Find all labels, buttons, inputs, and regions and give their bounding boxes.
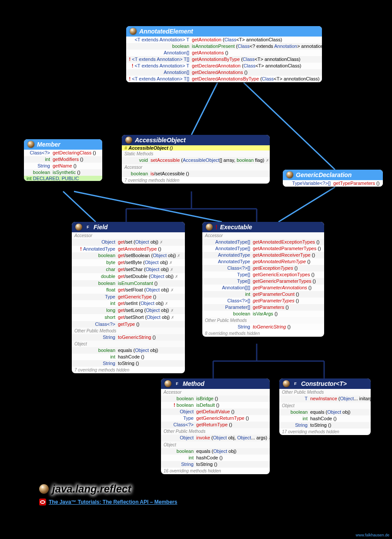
class-header: !Executable	[202, 222, 324, 232]
method-row: Annotation[]getDeclaredAnnotations ()	[126, 69, 322, 76]
method-list: Other Public MethodsTnewInstance (Object…	[279, 389, 371, 429]
method-row: intgetModifiers ()	[24, 156, 102, 163]
method-row: StringtoString ()	[72, 360, 185, 367]
svg-line-7	[63, 191, 96, 222]
method-row: booleanisBridge ()	[161, 395, 270, 402]
method-list: AccessorAnnotatedType[]getAnnotatedExcep…	[202, 232, 324, 330]
method-row: Class<?>getReturnType ()	[161, 422, 270, 428]
section-header: Static Methods	[122, 151, 270, 157]
method-row: intget/setInt (Object obj) ✗	[72, 300, 185, 307]
method-row: Class<?>[]getExceptionTypes ()	[202, 265, 324, 271]
icon-orb	[206, 224, 213, 231]
oracle-icon	[39, 499, 46, 506]
class-box-member: Member Class<?>getDeclaringClass ()intge…	[24, 139, 102, 181]
method-list: Class<?>getDeclaringClass ()intgetModifi…	[24, 150, 102, 176]
class-box-accessible-object: AccessibleObject # AccessibleObject () S…	[122, 135, 270, 184]
method-row: <T extends Annotation> TgetAnnotation (C…	[126, 37, 322, 43]
class-title: AccessibleObject	[135, 137, 186, 144]
icon-orb	[164, 380, 171, 387]
package-legend: java.lang.reflect The Java™ Tutorials: T…	[39, 483, 177, 506]
section-header: Accessor	[161, 389, 270, 395]
section-header: Accessor	[72, 232, 185, 239]
class-box-method: FMethod AccessorbooleanisBridge ()! bool…	[161, 378, 270, 474]
hidden-methods-note: 7 overriding methods hidden	[122, 177, 270, 184]
constants-row: int DECLARED, PUBLIC	[24, 176, 102, 181]
method-list: TypeVariable<?>[]getTypeParameters ()	[283, 180, 383, 187]
method-row: booleanisSynthetic ()	[24, 169, 102, 176]
final-marker-icon: F	[292, 381, 298, 387]
class-title: AnnotatedElement	[139, 28, 193, 35]
method-row: ! AnnotatedTypegetAnnotatedType ()	[72, 246, 185, 252]
method-row: byteget/setByte (Object obj) ✗	[72, 259, 185, 266]
icon-orb	[39, 484, 49, 494]
method-row: inthashCode ()	[72, 354, 185, 360]
class-box-field: FField AccessorObjectget/set (Object obj…	[72, 222, 185, 373]
class-header: FConstructor<T>	[279, 378, 371, 389]
method-row: Annotation[][]getParameterAnnotations ()	[202, 285, 324, 291]
method-row: Annotation[]getAnnotations ()	[126, 50, 322, 56]
hidden-methods-note: 17 overriding methods hidden	[279, 429, 371, 435]
method-row: floatget/setFloat (Object obj) ✗	[72, 287, 185, 294]
method-list: AccessorbooleanisBridge ()! booleanisDef…	[161, 389, 270, 468]
method-row: AnnotatedTypegetAnnotatedReceiverType ()	[202, 252, 324, 258]
icon-orb	[283, 380, 290, 387]
method-row: StringgetName ()	[24, 163, 102, 169]
method-row: Class<?>[]getParameterTypes ()	[202, 298, 324, 304]
method-row: charget/setChar (Object obj) ✗	[72, 266, 185, 273]
tutorial-link[interactable]: The Java™ Tutorials: The Reflection API …	[39, 499, 177, 506]
method-row: booleanequals (Object obj)	[279, 409, 371, 415]
method-row: TypegetGenericType ()	[72, 294, 185, 300]
method-list: <T extends Annotation> TgetAnnotation (C…	[126, 37, 322, 82]
class-box-executable: !Executable AccessorAnnotatedType[]getAn…	[202, 222, 324, 337]
class-header: FMethod	[161, 378, 270, 389]
method-row: booleanequals (Object obj)	[161, 448, 270, 455]
section-header: Object	[279, 402, 371, 409]
method-row: ObjectgetDefaultValue ()	[161, 408, 270, 415]
method-row: AnnotatedTypegetAnnotatedReturnType ()	[202, 258, 324, 265]
icon-orb	[75, 224, 82, 231]
class-header: Member	[24, 139, 102, 150]
icon-orb	[27, 141, 34, 148]
section-header: Accessor	[122, 164, 270, 171]
method-row: ! <T extends Annotation> T[]getAnnotatio…	[126, 56, 322, 63]
method-row: ! booleanisDefault ()	[161, 402, 270, 408]
class-box-generic-declaration: GenericDeclaration TypeVariable<?>[]getT…	[283, 170, 383, 187]
method-row: longget/setLong (Object obj) ✗	[72, 307, 185, 314]
class-header: AnnotatedElement	[126, 26, 322, 37]
class-title: Field	[94, 224, 108, 231]
class-header: GenericDeclaration	[283, 170, 383, 180]
method-row: AnnotatedType[]getAnnotatedParameterType…	[202, 245, 324, 252]
class-title: Constructor<T>	[301, 380, 347, 387]
hidden-methods-note: 16 overriding methods hidden	[161, 468, 270, 474]
method-row: booleanisAnnotationPresent (Class<? exte…	[126, 43, 322, 50]
method-row: inthashCode ()	[161, 455, 270, 461]
section-header: Other Public Methods	[161, 428, 270, 435]
class-header: AccessibleObject	[122, 135, 270, 145]
class-title: Executable	[220, 224, 252, 231]
credit-link[interactable]: www.falkhausen.de	[355, 533, 389, 537]
class-box-annotated-element: AnnotatedElement <T extends Annotation> …	[126, 26, 322, 82]
section-header: Other Public Methods	[72, 328, 185, 334]
svg-line-0	[191, 83, 218, 135]
final-marker-icon: F	[174, 381, 180, 387]
svg-line-9	[278, 187, 335, 222]
icon-orb	[130, 28, 137, 35]
method-row: Objectinvoke (Object obj, Object... args…	[161, 435, 270, 442]
method-row: StringtoGenericString ()	[72, 334, 185, 341]
icon-orb	[286, 171, 293, 178]
section-header: Other Public Methods	[202, 317, 324, 324]
tutorial-link-text: The Java™ Tutorials: The Reflection API …	[49, 499, 177, 505]
method-row: ! <T extends Annotation> TgetDeclaredAnn…	[126, 63, 322, 69]
class-box-constructor: FConstructor<T> Other Public MethodsTnew…	[279, 378, 371, 435]
method-row: booleanis/setAccessible ()	[122, 171, 270, 177]
section-header: Other Public Methods	[279, 389, 371, 395]
section-header: Accessor	[202, 232, 324, 239]
method-row: doubleget/setDouble (Object obj) ✗	[72, 273, 185, 280]
method-row: Parameter[]getParameters ()	[202, 304, 324, 311]
method-row: TnewInstance (Object... initargs) ✗	[279, 395, 371, 402]
section-header: Object	[72, 341, 185, 347]
hidden-methods-note: 7 overriding methods hidden	[72, 367, 185, 373]
method-row: TypegetGenericReturnType ()	[161, 415, 270, 422]
package-title: java.lang.reflect	[39, 483, 177, 495]
method-row: Type[]getGenericParameterTypes ()	[202, 278, 324, 285]
